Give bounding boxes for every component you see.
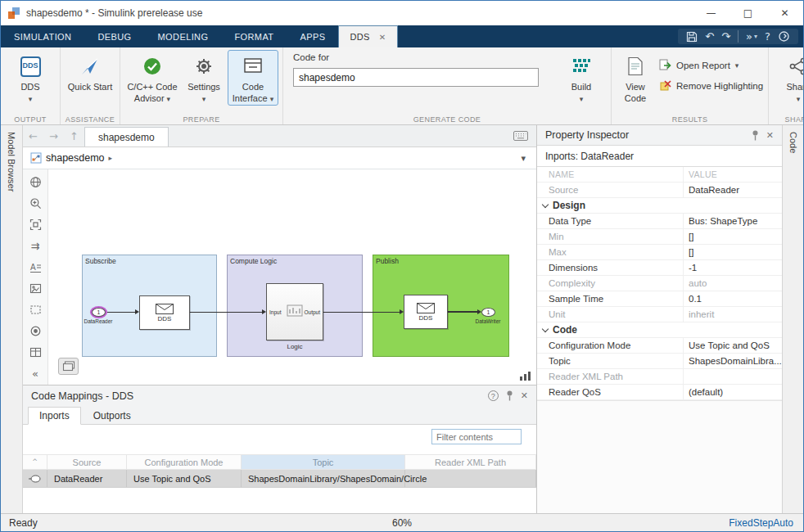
- close-panel-icon[interactable]: ✕: [521, 390, 528, 401]
- pin-icon[interactable]: [506, 390, 513, 401]
- image-icon[interactable]: [28, 281, 43, 295]
- signal-wire[interactable]: [323, 312, 400, 313]
- signal-wire[interactable]: [448, 311, 477, 313]
- save-icon[interactable]: [686, 31, 698, 43]
- code-interface-button[interactable]: Code Interface ▾: [228, 51, 278, 105]
- area-icon[interactable]: [28, 302, 43, 317]
- code-pane-strip[interactable]: Code: [782, 125, 803, 513]
- code-section-row[interactable]: Code: [537, 322, 782, 338]
- forward-button[interactable]: →: [43, 125, 64, 147]
- pin-icon[interactable]: [752, 130, 759, 141]
- section-share: Share▾ SHARE: [769, 47, 804, 124]
- code-mappings-title: Code Mappings - DDS: [31, 390, 133, 402]
- code-advisor-button[interactable]: C/C++ Code Advisor ▾: [125, 51, 179, 105]
- subscribe-area-label: Subscribe: [85, 257, 116, 265]
- signal-wire[interactable]: [106, 312, 135, 313]
- dds-icon: DDS: [20, 56, 41, 77]
- sync-icon[interactable]: [778, 30, 790, 43]
- maximize-button[interactable]: □: [729, 1, 766, 25]
- datareader-port[interactable]: 1: [92, 308, 106, 317]
- code-for-input[interactable]: [293, 68, 539, 87]
- tab-apps[interactable]: APPS: [287, 25, 338, 47]
- tab-outports[interactable]: Outports: [83, 408, 142, 424]
- tab-close-icon[interactable]: ✕: [379, 33, 386, 42]
- solver-link[interactable]: FixedStepAuto: [729, 517, 803, 529]
- build-icon: [568, 54, 594, 79]
- share-button[interactable]: Share▾: [774, 51, 804, 105]
- undo-icon[interactable]: ↶: [705, 31, 714, 42]
- table-row-datareader[interactable]: DataReader Use Topic and QoS ShapesDomai…: [23, 470, 536, 488]
- zoom-in-icon[interactable]: [28, 196, 43, 210]
- build-button[interactable]: Build▾: [557, 51, 606, 105]
- toolbar-overflow-icon[interactable]: »▾: [746, 31, 757, 42]
- annotation-icon[interactable]: A: [28, 259, 43, 274]
- minimize-button[interactable]: —: [693, 1, 729, 25]
- share-icon: [785, 54, 804, 79]
- property-inspector-header: Property Inspector ✕: [537, 125, 782, 146]
- back-button[interactable]: ←: [23, 125, 43, 147]
- table-icon[interactable]: [28, 345, 43, 359]
- up-button[interactable]: ↑: [64, 125, 84, 147]
- subscribe-dds-block[interactable]: DDS: [139, 295, 190, 330]
- datareader-port-label: DataReader: [78, 318, 119, 324]
- collapse-icon[interactable]: «: [28, 366, 43, 381]
- publish-area-label: Publish: [376, 257, 399, 265]
- column-reader-xml-path[interactable]: Reader XML Path: [405, 455, 536, 469]
- remove-highlighting-button[interactable]: Remove Highlighting: [659, 79, 763, 92]
- logic-block[interactable]: Input Output: [266, 283, 323, 340]
- property-row-reader-qos: Reader QoS (default): [537, 385, 782, 400]
- sort-icon[interactable]: ^: [32, 458, 38, 466]
- close-button[interactable]: ✕: [766, 1, 803, 25]
- tab-dds[interactable]: DDS ✕: [338, 25, 397, 47]
- column-source[interactable]: Source: [47, 455, 127, 469]
- help-icon[interactable]: ?: [765, 31, 770, 42]
- gear-icon: [191, 54, 217, 79]
- breadcrumb-item[interactable]: shapesdemo: [46, 152, 105, 164]
- status-message: Ready: [1, 517, 38, 529]
- model-browser-strip[interactable]: Model Browser: [1, 125, 23, 513]
- breadcrumb-dropdown-icon[interactable]: ▾: [521, 153, 529, 164]
- model-canvas[interactable]: Subscribe Compute Logic Publish: [48, 169, 536, 385]
- property-row-reader-xml-path: Reader XML Path: [537, 369, 782, 385]
- property-row-max: Max []: [537, 245, 782, 260]
- logic-input-port-label: Input: [269, 309, 281, 315]
- keyboard-icon[interactable]: [513, 131, 528, 141]
- canvas-resize-grip[interactable]: [520, 372, 531, 381]
- dds-output-button[interactable]: DDS DDS▾: [6, 51, 55, 105]
- viewmarks-button[interactable]: [58, 358, 79, 375]
- tab-inports[interactable]: Inports: [28, 407, 81, 425]
- section-label-generate: GENERATE CODE: [283, 115, 611, 124]
- tab-simulation[interactable]: SIMULATION: [1, 25, 84, 47]
- view-code-button[interactable]: View Code: [617, 51, 654, 105]
- viewmark-icon[interactable]: [28, 323, 43, 338]
- datawriter-port[interactable]: 1: [481, 308, 495, 317]
- quick-start-button[interactable]: Quick Start: [65, 51, 115, 93]
- explorer-icon[interactable]: [28, 174, 43, 189]
- simulink-window: shapesdemo * - Simulink prerelease use —…: [0, 0, 804, 532]
- fit-to-view-icon[interactable]: [28, 217, 43, 232]
- column-configuration-mode[interactable]: Configuration Mode: [127, 455, 242, 469]
- simulink-app-icon: [7, 7, 20, 20]
- mappings-table: ^ Source Configuration Mode Topic Reader…: [23, 454, 536, 488]
- tab-debug[interactable]: DEBUG: [84, 25, 144, 47]
- publish-dds-block[interactable]: DDS: [404, 295, 448, 329]
- tab-modeling[interactable]: MODELING: [145, 25, 222, 47]
- code-mappings-panel: Code Mappings - DDS ? ✕ Inports Outports: [23, 385, 536, 513]
- property-row-min: Min []: [537, 229, 782, 245]
- section-label-output: OUTPUT: [1, 115, 60, 124]
- redo-icon[interactable]: ↷: [721, 31, 730, 42]
- inspector-grid: NAME VALUE Source DataReader Design Data…: [537, 167, 782, 401]
- tab-format[interactable]: FORMAT: [221, 25, 287, 47]
- filter-contents-input[interactable]: [431, 429, 522, 444]
- column-topic[interactable]: Topic: [242, 455, 405, 469]
- window-title: shapesdemo * - Simulink prerelease use: [26, 7, 202, 19]
- tab-dds-label: DDS: [350, 32, 369, 42]
- route-icon[interactable]: ⇉: [28, 238, 43, 253]
- signal-wire[interactable]: [190, 312, 262, 313]
- help-icon[interactable]: ?: [488, 390, 499, 401]
- close-panel-icon[interactable]: ✕: [766, 130, 774, 141]
- settings-button[interactable]: Settings▾: [179, 51, 228, 105]
- design-section-row[interactable]: Design: [537, 198, 782, 214]
- open-report-button[interactable]: Open Report ▾: [659, 59, 763, 71]
- document-tab-shapesdemo[interactable]: shapesdemo: [84, 127, 169, 147]
